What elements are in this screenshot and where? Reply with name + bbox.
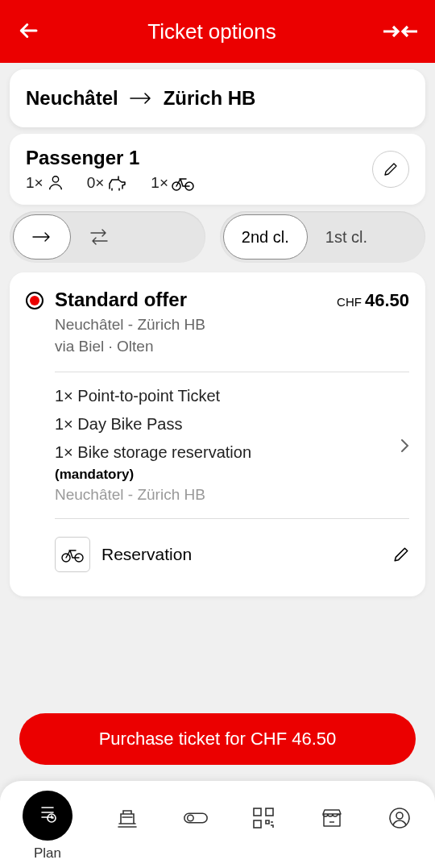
purchase-button[interactable]: Purchase ticket for CHF 46.50 xyxy=(19,713,416,765)
shop-icon xyxy=(319,805,345,831)
offer-item: 1× Bike storage reservation xyxy=(55,443,409,462)
first-class-button[interactable]: 1st cl. xyxy=(308,214,385,260)
divider xyxy=(55,518,409,519)
divider xyxy=(55,372,409,372)
count-dog: 0× xyxy=(87,174,129,192)
count-person: 1× xyxy=(26,174,64,192)
nav-profile[interactable] xyxy=(387,795,412,831)
sbb-logo-icon xyxy=(382,22,419,41)
svg-rect-7 xyxy=(254,808,261,816)
chevron-right-icon[interactable] xyxy=(400,438,409,453)
offer-item: 1× Point-to-point Ticket xyxy=(55,387,409,405)
dog-icon xyxy=(107,174,128,192)
plan-icon xyxy=(35,804,60,828)
bottom-nav: Plan xyxy=(0,781,435,868)
bike-icon xyxy=(172,175,194,191)
offer-via: via Biel · Olten xyxy=(55,336,409,358)
nav-plan[interactable]: Plan xyxy=(23,795,72,862)
passenger-card: Passenger 1 1× 0× 1× xyxy=(10,134,425,205)
round-trip-button[interactable] xyxy=(71,214,127,260)
qr-icon xyxy=(251,805,276,831)
arrow-right-icon xyxy=(31,231,52,243)
offer-price: CHF46.50 xyxy=(337,290,409,311)
one-way-button[interactable] xyxy=(13,214,71,260)
second-class-button[interactable]: 2nd cl. xyxy=(223,214,308,260)
profile-icon xyxy=(387,805,412,831)
person-icon xyxy=(47,174,64,192)
bike-reservation-icon xyxy=(55,537,90,572)
direction-toggle xyxy=(10,211,205,263)
offer-mandatory-route: Neuchâtel - Zürich HB xyxy=(55,486,409,504)
svg-point-0 xyxy=(52,177,58,182)
route-to: Zürich HB xyxy=(164,87,256,110)
svg-rect-8 xyxy=(266,808,273,816)
count-bike: 1× xyxy=(151,174,194,192)
pencil-icon xyxy=(383,162,398,177)
back-button[interactable] xyxy=(16,19,42,44)
offer-items[interactable]: 1× Point-to-point Ticket 1× Day Bike Pas… xyxy=(55,387,409,504)
nav-qr[interactable] xyxy=(251,795,276,831)
reservation-label: Reservation xyxy=(102,545,192,564)
nav-toggle[interactable] xyxy=(183,795,209,831)
swap-icon xyxy=(89,228,110,246)
class-toggle: 2nd cl. 1st cl. xyxy=(220,211,425,263)
route-card[interactable]: Neuchâtel Zürich HB xyxy=(10,69,425,127)
page-title: Ticket options xyxy=(42,19,382,44)
offer-route: Neuchâtel - Zürich HB xyxy=(55,314,409,336)
edit-reservation-button[interactable] xyxy=(393,546,409,563)
passenger-title: Passenger 1 xyxy=(26,147,194,169)
nav-shop[interactable] xyxy=(319,795,345,831)
svg-rect-9 xyxy=(254,820,261,828)
arrow-right-icon xyxy=(130,92,152,105)
route-from: Neuchâtel xyxy=(26,87,118,110)
offer-title: Standard offer xyxy=(55,289,187,311)
offer-mandatory: (mandatory) xyxy=(55,467,409,483)
edit-passenger-button[interactable] xyxy=(372,151,409,188)
offer-card[interactable]: Standard offer CHF46.50 Neuchâtel - Züri… xyxy=(10,272,425,596)
toggle-icon xyxy=(183,805,209,831)
svg-point-6 xyxy=(187,815,193,821)
nav-train[interactable] xyxy=(114,795,140,831)
svg-point-11 xyxy=(396,812,403,819)
radio-selected-icon[interactable] xyxy=(26,292,44,309)
pencil-icon xyxy=(393,546,409,563)
offer-item: 1× Day Bike Pass xyxy=(55,415,409,434)
train-icon xyxy=(114,805,140,831)
